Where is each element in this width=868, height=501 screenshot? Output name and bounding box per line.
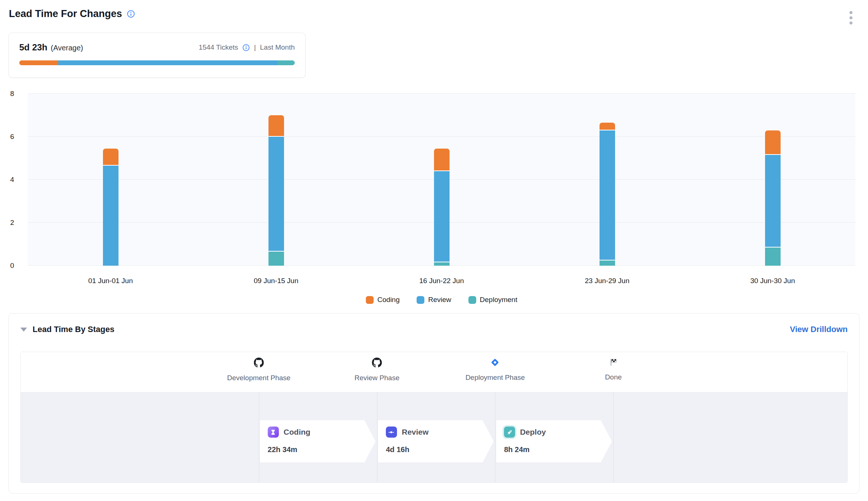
stage-table-body: Coding 22h 34m Review <box>21 392 847 482</box>
stage-name: Coding <box>284 428 310 437</box>
legend-swatch <box>468 296 476 304</box>
x-axis-tick-label: 01 Jun-01 Jun <box>88 277 133 285</box>
bar-segment-coding[interactable] <box>268 115 284 137</box>
average-lead-time-value: 5d 23h <box>19 42 47 53</box>
milestone-done: Done <box>605 358 622 381</box>
stage-card-review[interactable]: Review 4d 16h <box>378 420 494 462</box>
y-axis-tick-label: 4 <box>10 176 14 184</box>
legend-item-coding[interactable]: Coding <box>366 296 400 304</box>
stage-card-coding[interactable]: Coding 22h 34m <box>260 420 375 462</box>
stage-name: Deploy <box>520 428 546 437</box>
meta-separator: | <box>254 43 256 52</box>
lead-time-widget: Lead Time For Changes 5d 23h (Average) 1… <box>0 0 868 501</box>
stage-distribution-bar <box>19 60 295 65</box>
legend-label: Deployment <box>480 296 517 304</box>
kebab-menu-icon[interactable] <box>848 10 854 26</box>
legend-label: Coding <box>377 296 400 304</box>
distribution-segment-coding <box>19 60 58 65</box>
info-icon[interactable] <box>127 10 135 18</box>
commit-icon <box>386 427 397 438</box>
bar-30-jun-30-jun[interactable] <box>765 130 781 266</box>
stage-name: Review <box>402 428 428 437</box>
rocket-icon <box>504 427 515 438</box>
bar-01-jun-01-jun[interactable] <box>103 149 118 266</box>
distribution-segment-review <box>58 60 278 65</box>
legend-swatch <box>366 296 374 304</box>
milestone-review-phase: Review Phase <box>354 358 399 382</box>
page-title-text: Lead Time For Changes <box>9 8 122 20</box>
github-icon <box>254 358 264 369</box>
bar-segment-deployment[interactable] <box>600 261 615 266</box>
bar-segment-review[interactable] <box>765 155 781 247</box>
distribution-segment-deployment <box>278 60 295 65</box>
summary-card: 5d 23h (Average) 1544 Tickets | Last Mon… <box>9 33 306 78</box>
x-axis-tick-label: 30 Jun-30 Jun <box>750 277 795 285</box>
gridline <box>28 136 855 137</box>
github-icon <box>372 358 382 369</box>
stage-card-deploy[interactable]: Deploy 8h 24m <box>496 420 612 462</box>
bar-segment-review[interactable] <box>434 171 450 263</box>
milestone-development-phase: Development Phase <box>227 358 290 382</box>
jira-icon <box>490 358 500 369</box>
tickets-info-icon[interactable] <box>242 44 250 52</box>
bar-segment-coding[interactable] <box>434 149 450 171</box>
bar-segment-deployment[interactable] <box>434 262 450 266</box>
legend-label: Review <box>428 296 451 304</box>
bar-segment-coding[interactable] <box>765 130 781 155</box>
legend-swatch <box>417 296 424 304</box>
y-axis-tick-label: 2 <box>10 219 14 227</box>
period-label: Last Month <box>260 43 295 52</box>
bar-segment-review[interactable] <box>268 137 284 252</box>
x-axis-tick-label: 23 Jun-29 Jun <box>585 277 629 285</box>
chart-plot-area: 01 Jun-01 Jun09 Jun-15 Jun16 Jun-22 Jun2… <box>28 94 855 266</box>
stage-table-header: Development Phase Review Phase <box>21 352 847 392</box>
lead-time-by-stages-panel: Lead Time By Stages View Drilldown Devel… <box>9 313 859 494</box>
x-axis-tick-label: 09 Jun-15 Jun <box>254 277 298 285</box>
collapse-caret-icon[interactable] <box>20 328 27 332</box>
bar-segment-deployment[interactable] <box>765 248 781 266</box>
tickets-count: 1544 Tickets <box>198 43 238 52</box>
bar-segment-review[interactable] <box>103 166 118 266</box>
milestone-label: Done <box>605 373 622 381</box>
gridline <box>28 93 855 94</box>
legend-item-review[interactable]: Review <box>417 296 451 304</box>
bar-segment-coding[interactable] <box>103 149 118 166</box>
column-divider <box>377 392 377 482</box>
y-axis: 02468 <box>0 94 21 266</box>
lead-time-chart: 02468 01 Jun-01 Jun09 Jun-15 Jun16 Jun-2… <box>0 94 868 324</box>
milestone-label: Development Phase <box>227 374 290 382</box>
stage-duration: 8h 24m <box>504 445 604 454</box>
bar-segment-review[interactable] <box>600 130 615 261</box>
bar-segment-deployment[interactable] <box>268 252 284 266</box>
column-divider <box>259 392 259 482</box>
bar-09-jun-15-jun[interactable] <box>268 115 284 266</box>
y-axis-tick-label: 0 <box>10 262 14 270</box>
stage-table: Development Phase Review Phase <box>20 352 848 483</box>
stage-duration: 4d 16h <box>386 445 486 454</box>
y-axis-tick-label: 6 <box>10 133 14 141</box>
y-axis-tick-label: 8 <box>10 90 14 98</box>
column-divider <box>495 392 495 482</box>
chart-legend: CodingReviewDeployment <box>28 296 855 304</box>
x-axis-tick-label: 16 Jun-22 Jun <box>419 277 464 285</box>
checkered-flag-icon <box>609 358 618 368</box>
bar-segment-coding[interactable] <box>600 123 615 130</box>
hourglass-icon <box>268 427 279 438</box>
average-label: (Average) <box>51 44 83 52</box>
stages-panel-title-text: Lead Time By Stages <box>33 325 114 334</box>
column-divider <box>613 392 614 482</box>
page-title: Lead Time For Changes <box>9 8 135 20</box>
milestone-deployment-phase: Deployment Phase <box>465 358 525 382</box>
stages-panel-title: Lead Time By Stages <box>20 325 114 334</box>
view-drilldown-link[interactable]: View Drilldown <box>790 325 848 334</box>
milestone-label: Deployment Phase <box>465 374 525 382</box>
legend-item-deployment[interactable]: Deployment <box>468 296 517 304</box>
bar-16-jun-22-jun[interactable] <box>434 149 450 266</box>
stage-duration: 22h 34m <box>268 445 368 454</box>
milestone-label: Review Phase <box>354 374 399 382</box>
bar-23-jun-29-jun[interactable] <box>600 123 615 266</box>
